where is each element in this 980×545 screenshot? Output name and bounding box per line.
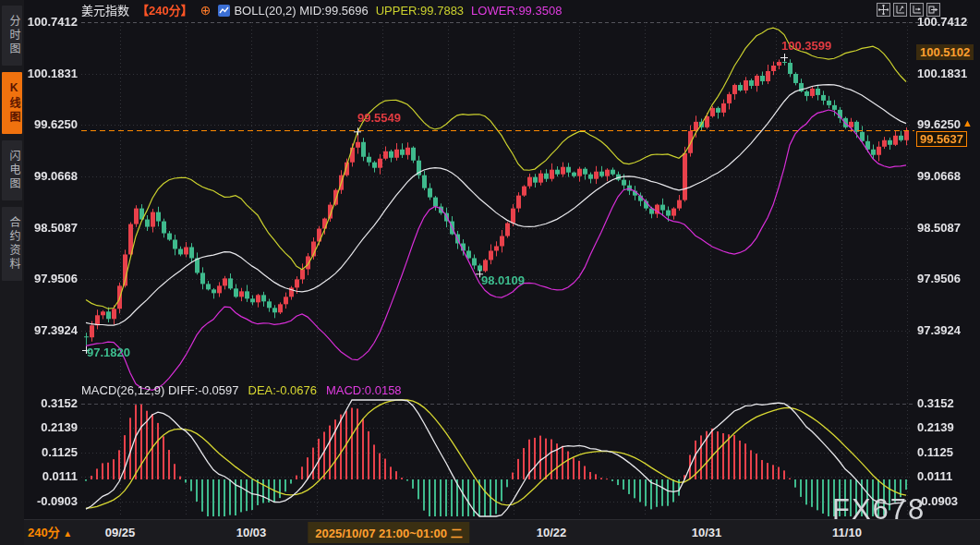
crosshair-datetime-badge: 2025/10/07 21:00~01:00 二 <box>308 522 469 543</box>
price-tick-label: 97.9506 <box>24 272 78 285</box>
price-tick-label: 100.1831 <box>917 67 978 80</box>
price-tick-label: 99.0668 <box>24 169 78 183</box>
macd-diff-value: MACD(26,12,9) DIFF:-0.0597 <box>81 383 239 397</box>
period-label: 240分 <box>28 526 60 539</box>
jump-to-latest-icon[interactable]: ▲ <box>962 117 973 128</box>
pan-right-icon[interactable] <box>926 3 940 17</box>
tab-timeshare-chart[interactable]: 分时图 <box>2 6 22 66</box>
macd-tick-label: 0.3152 <box>917 396 978 410</box>
macd-hist-value: MACD:0.0158 <box>326 383 402 397</box>
price-tick-label: 97.9506 <box>917 272 978 285</box>
date-tick-label: 10/31 <box>692 520 722 545</box>
macd-tick-label: -0.0903 <box>24 494 78 508</box>
macd-tick-label: 0.1125 <box>917 445 978 459</box>
price-tick-label: 99.0668 <box>917 169 978 183</box>
boll-upper-value: UPPER:99.7883 <box>376 4 464 18</box>
tab-contract-info[interactable]: 合约资料 <box>2 207 22 281</box>
annotation-swing-high: 99.5549 <box>357 111 401 125</box>
macd-tick-label: 0.0111 <box>917 469 978 483</box>
date-tick-label: 10/22 <box>537 520 567 545</box>
price-tick-label: 98.5087 <box>917 221 978 235</box>
move-crosshair-icon[interactable] <box>877 3 890 17</box>
date-tick-label: 10/03 <box>236 520 267 545</box>
boll-lower-value: LOWER:99.3508 <box>471 4 562 18</box>
price-tick-label: 100.7412 <box>24 15 78 29</box>
tab-kline-chart[interactable]: K线图 <box>2 72 22 134</box>
axis-high-price-badge: 100.5102 <box>916 44 974 60</box>
kline-macd-chart-canvas[interactable] <box>0 0 980 545</box>
fx678-watermark: FX678 <box>832 493 926 527</box>
annotation-swing-low: 98.0109 <box>481 273 525 287</box>
scale-y-axis-icon[interactable] <box>893 3 907 17</box>
price-tick-label: 99.6250 <box>24 117 78 131</box>
price-tick-label: 98.5087 <box>24 221 78 235</box>
macd-tick-label: 0.2139 <box>24 420 78 434</box>
annotation-session-high: 100.3599 <box>781 39 831 53</box>
current-price-badge: 99.5637 <box>916 131 967 147</box>
add-indicator-icon[interactable]: ⊕ <box>200 3 212 18</box>
macd-tick-label: 0.2139 <box>917 420 978 434</box>
macd-header: MACD(26,12,9) DIFF:-0.0597DEA:-0.0676MAC… <box>81 383 402 397</box>
chart-type-sidebar: 分时图 K线图 闪电图 合约资料 <box>0 0 24 545</box>
price-tick-label: 100.7412 <box>917 15 978 29</box>
chart-toolbar <box>877 3 940 17</box>
annotation-chart-low: 97.1820 <box>87 345 130 359</box>
price-tick-label: 97.3924 <box>24 323 78 337</box>
tab-lightning-chart[interactable]: 闪电图 <box>2 140 22 200</box>
price-tick-label: 97.3924 <box>917 323 978 337</box>
price-tick-label: 100.1831 <box>24 67 78 80</box>
period-dropdown-arrow-icon: ▲ <box>63 528 72 539</box>
scale-x-axis-icon[interactable] <box>910 3 924 17</box>
symbol-title: 美元指数 <box>81 4 129 18</box>
macd-tick-label: 0.3152 <box>24 396 78 410</box>
macd-dea-value: DEA:-0.0676 <box>248 383 317 397</box>
macd-tick-label: 0.0111 <box>24 469 78 483</box>
boll-mid-value: BOLL(20,2) MID:99.5696 <box>234 4 368 18</box>
macd-tick-label: 0.1125 <box>24 445 78 459</box>
line-chart-icon[interactable] <box>218 2 230 23</box>
date-tick-label: 09/25 <box>105 520 136 545</box>
trading-app-window: 分时图 K线图 闪电图 合约资料 美元指数【240分】⊕BOLL(20,2) M… <box>0 0 980 545</box>
period-tag: 【240分】 <box>137 4 193 18</box>
chart-header: 美元指数【240分】⊕BOLL(20,2) MID:99.5696UPPER:9… <box>81 0 569 22</box>
period-selector[interactable]: 240分 ▲ <box>28 520 72 545</box>
macd-tick-label: -0.0903 <box>917 494 978 508</box>
